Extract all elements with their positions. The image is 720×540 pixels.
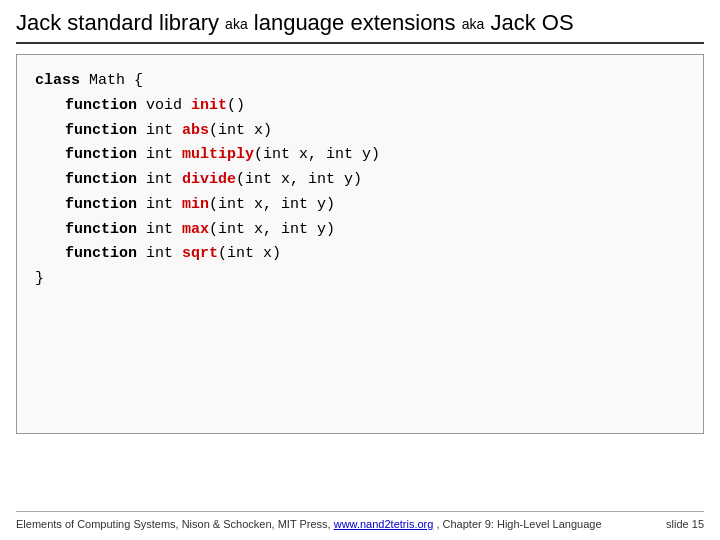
close-brace: } (35, 267, 44, 292)
function-kw-6: function (65, 218, 146, 243)
function-line-1: function void init () (35, 94, 685, 119)
class-name: Math { (89, 69, 143, 94)
return-type-7: int (146, 242, 182, 267)
fn-params-5: (int x, int y) (209, 193, 335, 218)
footer-left: Elements of Computing Systems, Nison & S… (16, 518, 602, 530)
fn-params-6: (int x, int y) (209, 218, 335, 243)
function-kw-1: function (65, 94, 146, 119)
title-bar: Jack standard library aka language exten… (16, 10, 704, 44)
fn-name-2: abs (182, 119, 209, 144)
return-type-3: int (146, 143, 182, 168)
fn-name-4: divide (182, 168, 236, 193)
page-container: Jack standard library aka language exten… (0, 0, 720, 540)
return-type-4: int (146, 168, 182, 193)
function-kw-7: function (65, 242, 146, 267)
fn-params-7: (int x) (218, 242, 281, 267)
class-keyword: class (35, 69, 89, 94)
footer-text-right: , Chapter 9: High-Level Language (436, 518, 601, 530)
fn-name-3: multiply (182, 143, 254, 168)
class-declaration: class Math { (35, 69, 685, 94)
function-line-7: function int sqrt (int x) (35, 242, 685, 267)
footer-slide: slide 15 (666, 518, 704, 530)
fn-name-5: min (182, 193, 209, 218)
footer-link[interactable]: www.nand2tetris.org (334, 518, 434, 530)
fn-name-7: sqrt (182, 242, 218, 267)
fn-name-1: init (191, 94, 227, 119)
function-line-3: function int multiply (int x, int y) (35, 143, 685, 168)
fn-params-2: (int x) (209, 119, 272, 144)
function-kw-4: function (65, 168, 146, 193)
aka2-label: aka (462, 16, 485, 32)
return-type-6: int (146, 218, 182, 243)
function-kw-5: function (65, 193, 146, 218)
fn-name-6: max (182, 218, 209, 243)
return-type-5: int (146, 193, 182, 218)
footer: Elements of Computing Systems, Nison & S… (16, 511, 704, 530)
fn-params-3: (int x, int y) (254, 143, 380, 168)
footer-text-left: Elements of Computing Systems, Nison & S… (16, 518, 331, 530)
return-type-1: void (146, 94, 191, 119)
aka1-label: aka (225, 16, 248, 32)
fn-params-4: (int x, int y) (236, 168, 362, 193)
return-type-2: int (146, 119, 182, 144)
function-line-6: function int max (int x, int y) (35, 218, 685, 243)
page-title: Jack standard library aka language exten… (16, 10, 574, 35)
code-box: class Math { function void init () funct… (16, 54, 704, 434)
function-kw-3: function (65, 143, 146, 168)
function-line-5: function int min (int x, int y) (35, 193, 685, 218)
fn-params-1: () (227, 94, 245, 119)
function-line-2: function int abs (int x) (35, 119, 685, 144)
function-line-4: function int divide (int x, int y) (35, 168, 685, 193)
class-close: } (35, 267, 685, 292)
function-kw-2: function (65, 119, 146, 144)
